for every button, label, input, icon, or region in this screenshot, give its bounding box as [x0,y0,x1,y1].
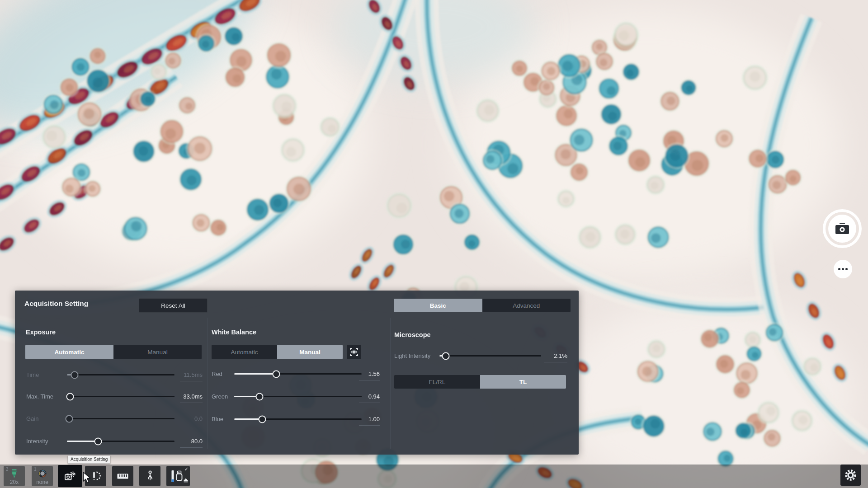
objective-icon [11,469,18,478]
slider-row-intensity: Intensity 80.0 [26,437,203,449]
slider-thumb-green[interactable] [256,393,264,400]
slider-row-time: Time 11.5ms [26,371,203,382]
slider-thumb-light-intensity[interactable] [442,352,449,360]
slider-value-blue[interactable]: 1.00 [368,416,380,422]
reflector-label: none [32,479,53,485]
slider-label-red: Red [212,371,222,377]
slider-label-intensity: Intensity [26,438,48,445]
usb-check-icon: ✓ [184,466,189,472]
camera-icon [835,223,849,235]
white-balance-heading: White Balance [212,328,256,336]
slider-value-intensity[interactable]: 80.0 [191,438,203,445]
ellipsis-icon [838,268,840,270]
measure-button[interactable] [139,466,160,486]
objective-magnification-label: 20x [4,479,25,485]
exposure-heading: Exposure [26,328,56,336]
reset-all-button[interactable]: Reset All [139,298,208,313]
column-divider [390,318,391,449]
slider-thumb-red[interactable] [273,370,280,378]
slider-label-time: Time [26,371,39,378]
basic-advanced-tabs: Basic Advanced [394,299,571,312]
mouse-cursor [83,472,92,484]
tab-advanced[interactable]: Advanced [482,299,571,312]
settings-button[interactable] [840,465,861,486]
reflector-button[interactable]: 1 none [32,466,53,486]
capture-snapshot-button[interactable] [823,209,862,248]
value-underline [180,403,203,403]
slider-track-red[interactable] [234,373,362,375]
acquisition-setting-tooltip: Acquisition Setting [68,455,110,464]
wb-region-picker-button[interactable] [347,345,361,359]
slider-value-max-time[interactable]: 33.0ms [183,393,203,400]
slider-track-light-intensity[interactable] [439,355,541,357]
white-balance-mode-toggle: Automatic Manual [212,345,343,359]
slider-label-green: Green [212,393,228,400]
column-divider [208,318,208,449]
wb-region-eye-icon [349,347,359,357]
value-underline [359,425,380,426]
camera-gear-icon [64,471,76,482]
slider-label-gain: Gain [26,415,38,422]
slider-label-blue: Blue [212,416,223,422]
acquisition-setting-panel: Acquisition Setting Reset All Basic Adva… [15,291,579,455]
filter-wheel-icon [38,469,47,478]
slider-row-max-time: Max. Time 33.0ms [26,392,203,404]
slider-label-light-intensity: Light Intensity [394,352,430,359]
slider-track-time[interactable] [67,374,175,375]
usb-export-button[interactable]: ✓ [166,466,190,486]
objective-button[interactable]: 3 20x [4,466,25,486]
slider-thumb-gain[interactable] [65,415,73,422]
tab-basic[interactable]: Basic [394,299,482,312]
slider-thumb-blue[interactable] [259,415,266,423]
slider-row-red: Red 1.56 [212,370,380,381]
slider-value-light-intensity[interactable]: 2.1% [554,352,567,359]
acquisition-setting-button[interactable] [58,465,82,487]
slider-track-gain[interactable] [67,418,175,419]
light-path-tl-option[interactable]: TL [480,375,566,389]
slider-track-intensity[interactable] [67,441,175,442]
light-path-toggle: FL/RL TL [394,375,566,389]
slider-value-red[interactable]: 1.56 [368,371,380,377]
slider-value-time[interactable]: 11.5ms [184,371,203,378]
panel-title: Acquisition Setting [24,300,88,308]
objective-position-badge: 3 [6,467,9,472]
more-options-button[interactable] [834,260,852,278]
slider-value-gain[interactable]: 0.0 [194,415,203,422]
light-path-flrl-option[interactable]: FL/RL [394,375,480,389]
slider-label-max-time: Max. Time [26,393,53,400]
ruler-icon [117,474,128,479]
value-underline [180,447,203,448]
microscope-heading: Microscope [394,331,431,338]
exposure-mode-toggle: Automatic Manual [25,345,202,359]
slider-row-green: Green 0.94 [212,392,380,404]
exposure-manual-option[interactable]: Manual [113,345,202,359]
slider-thumb-intensity[interactable] [94,437,102,445]
value-underline [359,380,380,380]
value-underline [359,403,380,403]
slider-value-green[interactable]: 0.94 [368,393,380,400]
slider-track-max-time[interactable] [67,396,175,397]
slider-track-green[interactable] [234,396,362,397]
reflector-position-badge: 1 [34,467,37,472]
slider-row-gain: Gain 0.0 [26,414,203,426]
usb-eject-icon [184,476,188,484]
slider-track-blue[interactable] [234,418,362,420]
slider-row-light-intensity: Light Intensity 2.1% [394,352,567,363]
lamp-gear-icon [91,471,101,481]
gear-icon [844,469,857,481]
microscope-live-view-screen: Acquisition Setting Reset All Basic Adva… [0,0,868,488]
wb-manual-option[interactable]: Manual [277,345,343,359]
slider-thumb-max-time[interactable] [66,393,74,400]
bottom-toolbar: 3 20x 1 non [0,465,868,488]
slider-thumb-time[interactable] [71,371,78,379]
wb-automatic-option[interactable]: Automatic [212,345,277,359]
caliper-icon [147,470,153,482]
value-underline [180,381,203,381]
value-underline [544,362,567,362]
exposure-automatic-option[interactable]: Automatic [25,345,113,359]
ruler-button[interactable] [112,466,133,486]
slider-row-blue: Blue 1.00 [212,415,380,427]
value-underline [180,425,203,425]
